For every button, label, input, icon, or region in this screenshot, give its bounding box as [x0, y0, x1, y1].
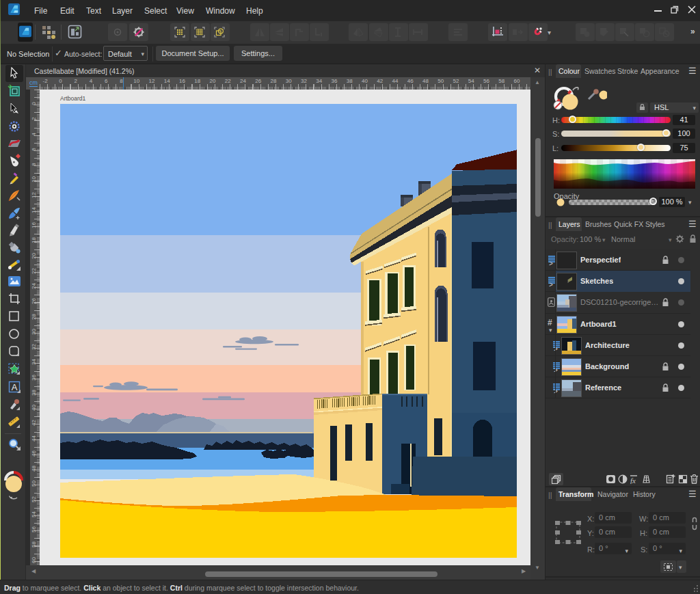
svg-text:fx: fx [630, 476, 636, 485]
svg-text:A: A [12, 382, 18, 392]
